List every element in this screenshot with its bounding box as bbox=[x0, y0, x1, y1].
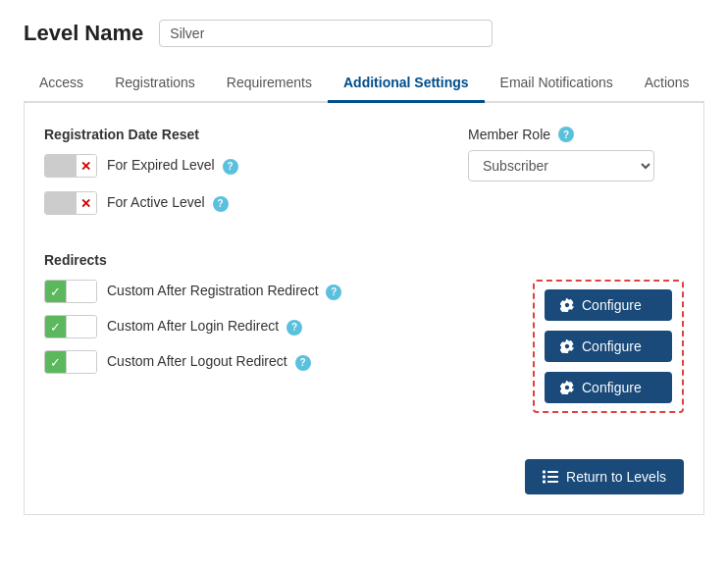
configure-login-button[interactable]: Configure bbox=[545, 331, 672, 362]
redirects-label: Redirects bbox=[44, 252, 684, 268]
expired-toggle-row: ✕ For Expired Level ? bbox=[44, 154, 429, 178]
active-toggle-x: ✕ bbox=[76, 192, 96, 214]
level-name-label: Level Name bbox=[24, 21, 143, 46]
expired-toggle-x: ✕ bbox=[76, 155, 96, 177]
gear-icon-3 bbox=[560, 381, 574, 394]
member-role-label-row: Member Role ? bbox=[468, 127, 684, 142]
check-icon-2: ✓ bbox=[50, 320, 61, 335]
redirect-row-registration: ✓ Custom After Registration Redirect ? bbox=[44, 280, 509, 303]
member-role-help-icon[interactable]: ? bbox=[558, 127, 574, 142]
expired-toggle[interactable]: ✕ bbox=[44, 154, 97, 178]
redirect-login-label: Custom After Login Redirect ? bbox=[107, 318, 302, 335]
active-toggle-row: ✕ For Active Level ? bbox=[44, 191, 429, 215]
redirect-toggle-list: ✓ Custom After Registration Redirect ? bbox=[44, 280, 509, 386]
on-part-1 bbox=[66, 281, 96, 302]
redirect-login-toggle[interactable]: ✓ bbox=[44, 315, 97, 338]
content-area: Registration Date Reset ✕ For Expired Le… bbox=[24, 103, 704, 515]
redirect-reg-help-icon[interactable]: ? bbox=[326, 285, 341, 300]
check-part-2: ✓ bbox=[45, 316, 66, 337]
check-part-1: ✓ bbox=[45, 281, 66, 302]
member-role-select[interactable]: Subscriber bbox=[468, 150, 654, 181]
check-part-3: ✓ bbox=[45, 351, 66, 373]
registration-date-reset-section: Registration Date Reset ✕ For Expired Le… bbox=[44, 127, 429, 229]
active-toggle-off bbox=[45, 192, 76, 214]
on-part-2 bbox=[66, 316, 96, 337]
active-toggle-label: For Active Level ? bbox=[107, 194, 229, 211]
redirect-logout-help-icon[interactable]: ? bbox=[295, 355, 311, 371]
return-to-levels-button[interactable]: Return to Levels bbox=[525, 459, 684, 494]
check-icon-1: ✓ bbox=[50, 285, 61, 299]
tab-registrations[interactable]: Registrations bbox=[99, 65, 211, 103]
level-name-row: Level Name bbox=[24, 20, 704, 47]
expired-toggle-label: For Expired Level ? bbox=[107, 157, 238, 174]
redirects-inner: ✓ Custom After Registration Redirect ? bbox=[44, 280, 684, 413]
tab-requirements[interactable]: Requirements bbox=[211, 65, 328, 103]
tab-email-notifications[interactable]: Email Notifications bbox=[485, 65, 629, 103]
tab-additional-settings[interactable]: Additional Settings bbox=[328, 65, 485, 103]
redirect-row-logout: ✓ Custom After Logout Redirect ? bbox=[44, 350, 509, 374]
list-icon bbox=[543, 469, 558, 485]
active-toggle[interactable]: ✕ bbox=[44, 191, 97, 215]
active-help-icon[interactable]: ? bbox=[213, 196, 229, 212]
gear-icon-2 bbox=[560, 339, 574, 353]
top-section: Registration Date Reset ✕ For Expired Le… bbox=[44, 127, 684, 229]
redirect-row-login: ✓ Custom After Login Redirect ? bbox=[44, 315, 509, 338]
configure-registration-button[interactable]: Configure bbox=[545, 289, 672, 321]
x-icon: ✕ bbox=[80, 159, 91, 174]
check-icon-3: ✓ bbox=[50, 355, 61, 370]
redirect-registration-label: Custom After Registration Redirect ? bbox=[107, 283, 341, 299]
redirect-login-help-icon[interactable]: ? bbox=[286, 320, 302, 336]
expired-help-icon[interactable]: ? bbox=[223, 159, 238, 175]
page-wrapper: Level Name Access Registrations Requirem… bbox=[0, 0, 728, 570]
tab-actions[interactable]: Actions bbox=[629, 65, 705, 103]
gear-icon-1 bbox=[560, 298, 574, 312]
tabs: Access Registrations Requirements Additi… bbox=[24, 65, 704, 103]
configure-logout-button[interactable]: Configure bbox=[545, 372, 672, 403]
expired-toggle-off bbox=[45, 155, 76, 177]
redirect-logout-label: Custom After Logout Redirect ? bbox=[107, 353, 311, 370]
level-name-input[interactable] bbox=[159, 20, 493, 47]
x-icon-2: ✕ bbox=[80, 196, 91, 211]
redirect-registration-toggle[interactable]: ✓ bbox=[44, 280, 97, 303]
registration-date-reset-label: Registration Date Reset bbox=[44, 127, 429, 142]
redirects-section: Redirects ✓ Custom After Registration bbox=[44, 252, 684, 413]
on-part-3 bbox=[66, 351, 96, 373]
member-role-section: Member Role ? Subscriber bbox=[468, 127, 684, 181]
configure-buttons-group: Configure Configure Config bbox=[533, 280, 684, 413]
tab-access[interactable]: Access bbox=[24, 65, 99, 103]
redirect-logout-toggle[interactable]: ✓ bbox=[44, 350, 97, 374]
